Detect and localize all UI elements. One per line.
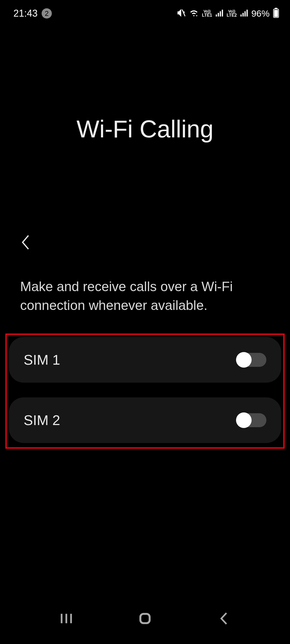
svg-rect-3 — [220, 11, 221, 17]
battery-icon — [273, 8, 279, 19]
navigation-bar — [0, 601, 290, 644]
sim2-label: SIM 2 — [24, 412, 60, 428]
sim1-row[interactable]: SIM 1 — [9, 337, 281, 383]
svg-rect-4 — [222, 10, 223, 17]
wifi-icon — [189, 8, 199, 19]
sim2-toggle[interactable] — [237, 413, 266, 427]
volte1-icon: Vo)) LTE1 — [202, 9, 212, 17]
signal1-icon — [215, 9, 223, 18]
svg-rect-11 — [274, 10, 278, 17]
svg-rect-8 — [247, 10, 248, 17]
svg-rect-15 — [140, 614, 150, 623]
toggle-knob — [236, 412, 252, 428]
chevron-left-icon — [219, 612, 229, 625]
toggle-knob — [236, 352, 252, 368]
status-right: Vo)) LTE1 Vo)) LTE2 96% — [177, 8, 279, 19]
svg-rect-7 — [244, 11, 246, 17]
home-icon — [139, 612, 151, 625]
sim2-row[interactable]: SIM 2 — [9, 397, 281, 443]
svg-rect-6 — [242, 13, 244, 17]
notification-badge: 2 — [42, 8, 52, 19]
mute-icon — [177, 8, 186, 19]
svg-rect-1 — [216, 14, 217, 17]
page-title: Wi-Fi Calling — [0, 115, 290, 143]
signal2-icon — [240, 9, 248, 18]
status-bar: 21:43 2 Vo)) LTE1 Vo)) LTE2 96% — [0, 0, 290, 24]
chevron-left-icon — [21, 235, 30, 250]
back-button[interactable] — [17, 234, 34, 250]
volte2-icon: Vo)) LTE2 — [227, 9, 237, 17]
sim-toggle-highlight: SIM 1 SIM 2 — [5, 334, 285, 449]
nav-back-button[interactable] — [213, 610, 234, 627]
recents-icon — [60, 613, 73, 624]
svg-rect-5 — [240, 14, 242, 17]
svg-rect-2 — [218, 13, 219, 17]
battery-percentage: 96% — [251, 8, 270, 19]
status-time: 21:43 — [13, 8, 38, 19]
nav-recents-button[interactable] — [56, 610, 77, 627]
sim1-label: SIM 1 — [24, 352, 60, 368]
status-left: 21:43 2 — [13, 8, 52, 19]
page-description: Make and receive calls over a Wi-Fi conn… — [0, 277, 290, 315]
nav-home-button[interactable] — [134, 610, 156, 627]
sim1-toggle[interactable] — [237, 353, 266, 367]
